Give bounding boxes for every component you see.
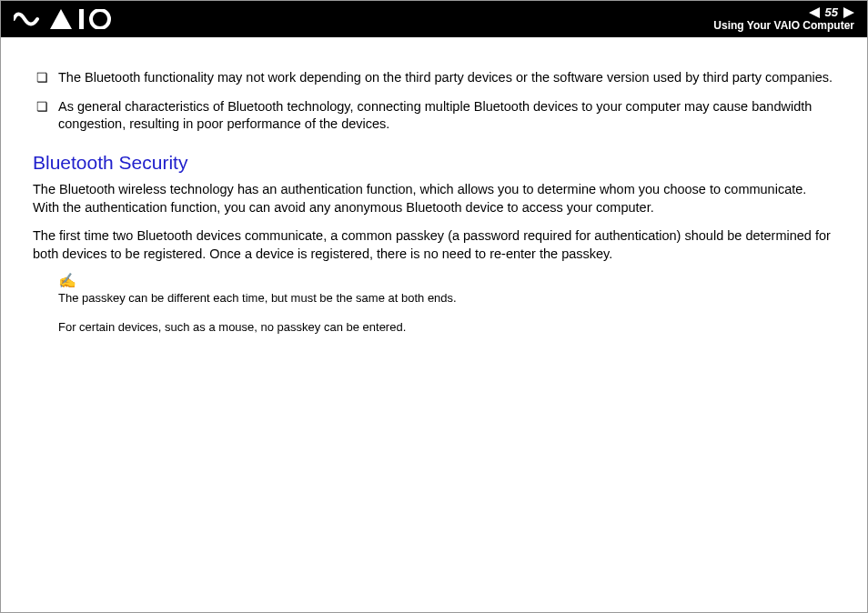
- svg-point-1: [91, 10, 109, 28]
- vaio-logo: [14, 9, 114, 29]
- bullet-list: The Bluetooth functionality may not work…: [33, 69, 835, 134]
- section-title: Using Your VAIO Computer: [713, 20, 854, 32]
- page-header: 55 Using Your VAIO Computer: [1, 1, 867, 37]
- note-line: For certain devices, such as a mouse, no…: [58, 319, 835, 336]
- list-item: The Bluetooth functionality may not work…: [33, 69, 835, 87]
- note-block: ✍ The passkey can be different each time…: [58, 274, 835, 335]
- page-content: The Bluetooth functionality may not work…: [1, 37, 867, 335]
- list-item: As general characteristics of Bluetooth …: [33, 98, 835, 134]
- nav-prev-icon[interactable]: [809, 7, 820, 18]
- body-paragraph: The first time two Bluetooth devices com…: [33, 227, 835, 263]
- note-line: The passkey can be different each time, …: [58, 290, 835, 306]
- bullet-text: As general characteristics of Bluetooth …: [58, 99, 812, 132]
- page-nav: 55: [809, 6, 854, 19]
- manual-page: 55 Using Your VAIO Computer The Bluetoot…: [0, 0, 868, 613]
- svg-rect-0: [79, 9, 84, 29]
- bullet-text: The Bluetooth functionality may not work…: [58, 70, 833, 85]
- header-right: 55 Using Your VAIO Computer: [713, 6, 854, 32]
- note-icon: ✍: [58, 274, 835, 288]
- nav-next-icon[interactable]: [843, 7, 854, 18]
- body-paragraph: The Bluetooth wireless technology has an…: [33, 181, 835, 216]
- section-heading: Bluetooth Security: [33, 150, 835, 176]
- vaio-logo-icon: [14, 9, 114, 29]
- page-number: 55: [823, 6, 840, 19]
